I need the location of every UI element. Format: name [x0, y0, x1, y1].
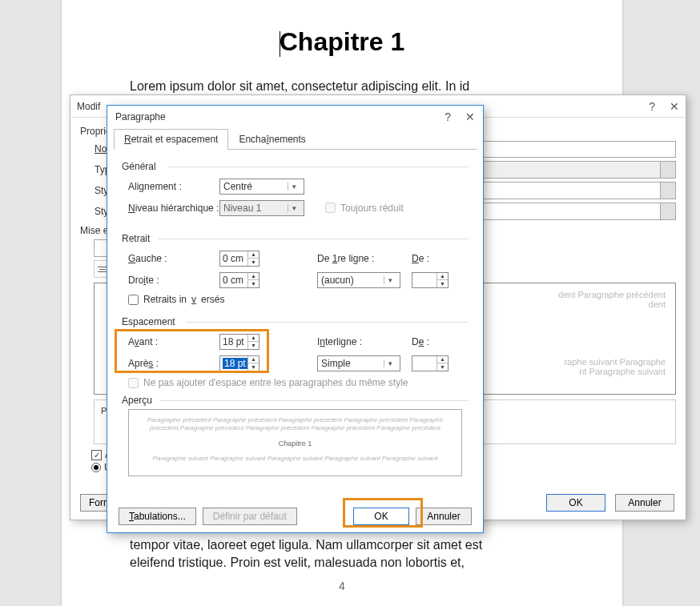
by-label-2: De :: [412, 336, 429, 347]
chevron-down-icon: ▾: [384, 276, 396, 284]
body-text-bottom-2: eleifend tristique. Proin est velit, mal…: [62, 554, 622, 572]
indent-right-label: Droite :: [122, 275, 219, 286]
paragraph-dialog: Paragraphe ? ✕ RRetrait et espacementetr…: [107, 105, 484, 533]
line-spacing-combo[interactable]: Simple▾: [317, 355, 400, 371]
tab-line-breaks[interactable]: Enchaînements: [228, 129, 316, 150]
close-icon[interactable]: ✕: [670, 95, 679, 117]
body-text-top: Lorem ipsum dolor sit amet, consectetur …: [62, 57, 622, 95]
paragraph-tabs: RRetrait et espacementetrait et espaceme…: [114, 128, 477, 150]
help-icon[interactable]: ?: [649, 95, 655, 117]
paragraph-titlebar: Paragraphe ? ✕: [107, 106, 483, 128]
first-line-by-spinner[interactable]: ▲▼: [412, 272, 449, 288]
help-icon[interactable]: ?: [445, 106, 451, 128]
checkbox-icon: ✓: [91, 450, 102, 460]
spinner-buttons[interactable]: ▲▼: [247, 273, 259, 287]
outline-level-label: Niveau hiérarchique :: [122, 203, 219, 214]
line-spacing-label: Interligne :: [317, 336, 389, 347]
mirror-indents-checkbox-row[interactable]: Retraits inversés: [122, 294, 469, 305]
paragraph-title: Paragraphe: [115, 106, 166, 128]
chevron-down-icon: ▾: [668, 187, 672, 195]
chevron-down-icon: ▾: [384, 359, 396, 367]
alignment-combo[interactable]: Centré▾: [219, 179, 304, 195]
radio-icon: [91, 463, 101, 472]
chevron-down-icon: ▾: [668, 207, 672, 215]
tab-indent-spacing[interactable]: RRetrait et espacementetrait et espaceme…: [114, 129, 228, 150]
spacing-group-label: Espacement: [122, 316, 469, 327]
chevron-down-icon: ▾: [288, 183, 300, 191]
spinner-buttons[interactable]: ▲▼: [247, 251, 259, 266]
space-before-spinner[interactable]: 18 pt▲▼: [219, 334, 259, 350]
indent-group-label: Retrait: [122, 233, 469, 244]
spinner-buttons[interactable]: ▲▼: [247, 335, 259, 349]
cancel-button[interactable]: Annuler: [416, 508, 472, 525]
tabulations-button[interactable]: Tabulations...: [119, 508, 196, 525]
space-before-label: Avant :: [122, 336, 219, 347]
indent-right-spinner[interactable]: 0 cm▲▼: [219, 272, 259, 288]
chevron-down-icon: ▾: [288, 204, 300, 212]
by-label-1: De :: [412, 253, 429, 264]
no-space-same-style-checkbox-row[interactable]: Ne pas ajouter d'espace entre les paragr…: [122, 377, 469, 388]
no-space-same-style-checkbox: [128, 378, 139, 388]
spinner-buttons[interactable]: ▲▼: [436, 273, 448, 287]
close-icon[interactable]: ✕: [465, 106, 475, 128]
collapsed-checkbox: [325, 203, 336, 213]
indent-left-spinner[interactable]: 0 cm▲▼: [219, 251, 259, 267]
body-text-bottom-1: tempor vitae, laoreet eget ligula. Nam u…: [62, 536, 622, 554]
first-line-label: De 1re ligne :: [317, 253, 389, 264]
page-number: 4: [62, 580, 622, 592]
modify-title: Modif: [77, 95, 100, 117]
collapsed-checkbox-row[interactable]: Toujours réduit: [325, 203, 404, 214]
space-after-label: Après :: [122, 358, 219, 369]
paragraph-preview-box: Paragraphe précédent Paragraphe précéden…: [128, 409, 462, 476]
cancel-button[interactable]: Annuler: [615, 494, 674, 512]
outline-level-combo[interactable]: Niveau 1▾: [219, 200, 304, 216]
chapter-heading: Chapitre 1: [62, 27, 622, 57]
first-line-combo[interactable]: (aucun)▾: [317, 272, 400, 288]
spinner-buttons[interactable]: ▲▼: [247, 356, 259, 371]
space-after-spinner[interactable]: 18 pt▲▼: [219, 355, 259, 371]
ok-button[interactable]: OK: [353, 508, 409, 525]
set-default-button[interactable]: Définir par défaut: [203, 508, 297, 525]
alignment-label: Alignement :: [122, 181, 219, 192]
indent-left-label: Gauche :: [122, 253, 219, 264]
spinner-buttons[interactable]: ▲▼: [436, 356, 448, 371]
mirror-indents-checkbox[interactable]: [128, 295, 139, 305]
preview-group-label: Aperçu: [122, 395, 469, 406]
line-spacing-at-spinner[interactable]: ▲▼: [412, 355, 449, 371]
general-group-label: Général: [122, 161, 469, 172]
ok-button[interactable]: OK: [546, 494, 605, 512]
chevron-down-icon: ▾: [668, 166, 672, 174]
